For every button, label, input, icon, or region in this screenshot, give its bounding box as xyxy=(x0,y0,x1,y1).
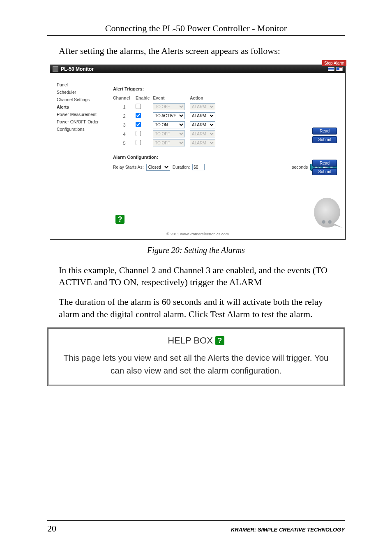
event-select[interactable]: TO ON xyxy=(153,121,185,128)
channel-number: 2 xyxy=(113,114,136,118)
channel-number: 1 xyxy=(113,104,136,109)
app-title: PL-50 Monitor xyxy=(61,66,94,72)
relay-starts-label: Relay Starts As: xyxy=(113,165,144,169)
kramer-logo xyxy=(310,195,344,230)
page-header: Connecting the PL-50 Power Controller - … xyxy=(47,23,345,34)
sidebar-item-configurations[interactable]: Configurations xyxy=(57,127,106,132)
alert-triggers-heading: Alert Triggers: xyxy=(113,86,337,91)
cfg-buttons: Read Submit xyxy=(312,160,337,175)
flag-us-icon[interactable] xyxy=(336,67,343,71)
enable-checkbox[interactable] xyxy=(136,104,141,109)
submit-button[interactable]: Submit xyxy=(312,136,337,143)
page-number: 20 xyxy=(47,523,56,534)
trigger-row: 4TO OFFALARM xyxy=(113,130,337,138)
sidebar-item-power-order[interactable]: Power ON/OFF Order xyxy=(57,119,106,124)
action-select: ALARM xyxy=(190,130,215,137)
cfg-submit-button[interactable]: Submit xyxy=(312,168,337,175)
col-channel: Channel xyxy=(113,95,136,100)
enable-checkbox[interactable] xyxy=(136,113,141,118)
channel-number: 5 xyxy=(113,141,136,146)
alarm-config-row: Relay Starts As: Closed Duration: second… xyxy=(113,164,337,171)
help-box-title: HELP BOX xyxy=(168,335,213,346)
enable-checkbox[interactable] xyxy=(136,140,141,145)
triggers-buttons: Read Submit xyxy=(312,128,337,143)
figure-caption: Figure 20: Setting the Alarms xyxy=(47,246,345,255)
sidebar-item-channel-settings[interactable]: Channel Settings xyxy=(57,97,106,102)
action-select: ALARM xyxy=(190,139,215,146)
screenshot-figure: Stop Alarm PL-50 Monitor Panel Scheduler… xyxy=(50,65,345,240)
titlebar-right xyxy=(328,67,343,71)
event-select[interactable]: TO ACTIVE xyxy=(153,112,185,119)
col-action: Action xyxy=(190,95,219,100)
trigger-row: 5TO OFFALARM xyxy=(113,139,337,147)
app-footer: © 2011 www.kramerelectronics.com xyxy=(50,230,345,239)
read-button[interactable]: Read xyxy=(312,128,337,135)
help-box-title-row: HELP BOX ? xyxy=(56,335,336,346)
flag-il-icon[interactable] xyxy=(328,67,334,71)
main-pane: Alert Triggers: Channel Enable Event Act… xyxy=(110,73,345,230)
event-select: TO OFF xyxy=(153,103,185,110)
stop-alarm-badge[interactable]: Stop Alarm xyxy=(322,60,346,66)
triggers-header-row: Channel Enable Event Action xyxy=(113,95,337,100)
event-select: TO OFF xyxy=(153,130,185,137)
action-select: ALARM xyxy=(190,103,215,110)
sidebar-item-scheduler[interactable]: Scheduler xyxy=(57,90,106,95)
header-rule xyxy=(47,35,345,36)
event-select: TO OFF xyxy=(153,139,185,146)
sidebar-item-power-measurement[interactable]: Power Measurement xyxy=(57,112,106,117)
page-footer: 20 KRAMER: SIMPLE CREATIVE TECHNOLOGY xyxy=(47,520,345,534)
svg-point-0 xyxy=(322,220,325,223)
action-select[interactable]: ALARM xyxy=(190,121,215,128)
intro-paragraph: After setting the alarms, the Alerts scr… xyxy=(47,45,345,57)
titlebar: PL-50 Monitor xyxy=(50,65,345,73)
col-enable: Enable xyxy=(136,95,153,100)
enable-checkbox[interactable] xyxy=(136,131,141,136)
app-window: PL-50 Monitor Panel Scheduler Channel Se… xyxy=(50,65,346,240)
app-icon xyxy=(53,66,58,72)
help-box-body: This page lets you view and set all the … xyxy=(56,352,336,377)
relay-starts-select[interactable]: Closed xyxy=(146,164,170,171)
sidebar: Panel Scheduler Channel Settings Alerts … xyxy=(50,73,110,230)
alarm-config-heading: Alarm Configuration: xyxy=(113,155,337,160)
duration-label: Duration: xyxy=(173,165,190,169)
cfg-read-button[interactable]: Read xyxy=(312,160,337,167)
paragraph-2: The duration of the alarm is 60 seconds … xyxy=(47,296,345,320)
sidebar-item-panel[interactable]: Panel xyxy=(57,82,106,87)
sidebar-item-alerts[interactable]: Alerts xyxy=(57,104,106,109)
trigger-row: 1TO OFFALARM xyxy=(113,103,337,111)
enable-checkbox[interactable] xyxy=(136,122,141,127)
channel-number: 3 xyxy=(113,123,136,128)
paragraph-1: In this example, Channel 2 and Channel 3… xyxy=(47,264,345,288)
seconds-label: seconds xyxy=(292,165,308,169)
help-icon[interactable]: ? xyxy=(115,215,125,224)
duration-input[interactable] xyxy=(192,164,205,170)
help-box: HELP BOX ? This page lets you view and s… xyxy=(47,327,345,386)
col-event: Event xyxy=(153,95,190,100)
help-icon-corner[interactable]: ? xyxy=(115,215,125,224)
help-icon: ? xyxy=(215,336,224,345)
footer-brand: KRAMER: SIMPLE CREATIVE TECHNOLOGY xyxy=(231,527,345,533)
trigger-row: 3TO ONALARM xyxy=(113,121,337,129)
trigger-row: 2TO ACTIVEALARM xyxy=(113,112,337,120)
svg-point-1 xyxy=(328,220,332,223)
action-select[interactable]: ALARM xyxy=(190,112,215,119)
channel-number: 4 xyxy=(113,132,136,137)
